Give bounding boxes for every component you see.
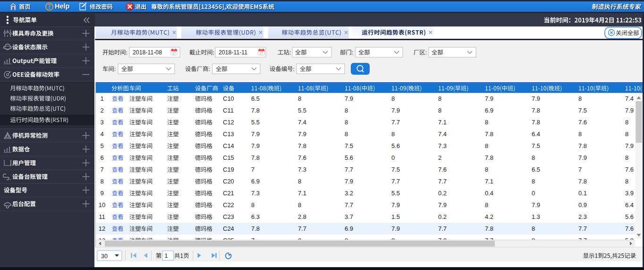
svg-text:0.2: 0.2 (438, 213, 447, 220)
svg-text:8: 8 (578, 131, 582, 138)
svg-text:3.2: 3.2 (345, 190, 353, 197)
svg-text:7: 7 (578, 166, 582, 173)
svg-text:C14: C14 (223, 142, 234, 149)
svg-text:10: 10 (99, 201, 105, 209)
svg-text:6.9: 6.9 (345, 225, 353, 232)
svg-text:7.8: 7.8 (578, 142, 587, 149)
svg-text:7.8: 7.8 (251, 107, 260, 114)
svg-text:4.2: 4.2 (485, 213, 493, 220)
svg-text:5.6: 5.6 (625, 213, 634, 220)
svg-text:11: 11 (99, 213, 105, 220)
svg-text:C20: C20 (223, 178, 234, 185)
svg-text:7.4: 7.4 (625, 95, 634, 102)
svg-text:7.9: 7.9 (251, 131, 260, 138)
svg-text:7.9: 7.9 (391, 201, 400, 209)
svg-text:8: 8 (625, 119, 628, 126)
svg-text:5: 5 (100, 142, 103, 149)
svg-text:7.8: 7.8 (578, 178, 587, 185)
svg-text:1: 1 (100, 95, 103, 102)
svg-text:7.4: 7.4 (438, 131, 447, 138)
svg-text:2.8: 2.8 (298, 213, 306, 220)
svg-text:7.8: 7.8 (532, 107, 540, 114)
svg-text:0: 0 (391, 154, 395, 161)
svg-text:7.6: 7.6 (298, 154, 306, 161)
svg-text:8: 8 (391, 131, 395, 138)
svg-text:Help: Help (55, 2, 70, 10)
svg-text:8: 8 (485, 142, 488, 149)
svg-text:7.9: 7.9 (625, 142, 634, 149)
svg-text:3.7: 3.7 (345, 213, 353, 220)
svg-text:3: 3 (100, 119, 103, 126)
svg-text:2018-11-08: 2018-11-08 (133, 49, 162, 56)
svg-text:8: 8 (345, 107, 348, 114)
svg-text:3.9: 3.9 (625, 190, 634, 197)
svg-text:7.5: 7.5 (578, 107, 587, 114)
svg-text:6.9: 6.9 (485, 107, 493, 114)
svg-text:0.1: 0.1 (578, 190, 587, 197)
svg-text:7.9: 7.9 (438, 201, 447, 209)
svg-text:7.1: 7.1 (438, 119, 447, 126)
svg-text:7.9: 7.9 (298, 131, 306, 138)
svg-text:8: 8 (298, 201, 301, 209)
svg-text:30: 30 (101, 253, 108, 260)
svg-text:0.4: 0.4 (485, 190, 493, 197)
svg-text:C23: C23 (223, 213, 234, 220)
svg-text:8: 8 (532, 225, 535, 232)
svg-text:7.3: 7.3 (438, 142, 447, 149)
svg-text:7.9: 7.9 (391, 225, 400, 232)
svg-text:7.5: 7.5 (345, 142, 353, 149)
svg-text:8: 8 (532, 178, 535, 185)
svg-text:7.9: 7.9 (578, 154, 587, 161)
svg-text:7.9: 7.9 (485, 95, 493, 102)
svg-text:8: 8 (345, 131, 348, 138)
svg-text:7.1: 7.1 (298, 190, 306, 197)
svg-text:0.9: 0.9 (578, 201, 587, 209)
svg-text:C13: C13 (223, 131, 234, 138)
svg-text:C12: C12 (223, 119, 234, 126)
svg-text:7.6: 7.6 (625, 225, 634, 232)
svg-text:7.7: 7.7 (345, 201, 353, 209)
svg-text:2018-11-11: 2018-11-11 (219, 49, 247, 56)
svg-text:8: 8 (625, 131, 628, 138)
svg-text:7: 7 (251, 166, 254, 173)
svg-text:6.4: 6.4 (532, 131, 540, 138)
svg-text:1.3: 1.3 (532, 213, 540, 220)
svg-text:7.1: 7.1 (485, 178, 493, 185)
svg-text:7.6: 7.6 (438, 166, 447, 173)
svg-text:C11: C11 (223, 107, 234, 114)
svg-text:1.5: 1.5 (391, 213, 400, 220)
svg-text:7.9: 7.9 (345, 178, 353, 185)
svg-text:C21: C21 (223, 190, 234, 197)
svg-text:7.8: 7.8 (251, 154, 260, 161)
svg-text:7.7: 7.7 (391, 178, 400, 185)
svg-text:8: 8 (485, 166, 488, 173)
svg-text:C10: C10 (223, 95, 234, 102)
svg-text:8: 8 (485, 119, 488, 126)
svg-text:8: 8 (485, 201, 488, 209)
svg-text:8: 8 (100, 178, 103, 185)
svg-text:7: 7 (100, 166, 103, 173)
svg-text:4: 4 (100, 131, 103, 138)
svg-text:6.4: 6.4 (625, 201, 634, 209)
svg-text:8: 8 (438, 95, 441, 102)
svg-text:7.7: 7.7 (345, 166, 353, 173)
svg-text:8: 8 (625, 154, 628, 161)
svg-text:8: 8 (391, 95, 395, 102)
svg-text:5.6: 5.6 (391, 142, 400, 149)
svg-text:7.5: 7.5 (532, 142, 540, 149)
svg-text:7.9: 7.9 (532, 95, 540, 102)
svg-text:8: 8 (251, 201, 254, 209)
svg-text:8: 8 (298, 95, 301, 102)
svg-text:C19: C19 (223, 166, 234, 173)
svg-text:7.4: 7.4 (298, 119, 306, 126)
svg-text:7.8: 7.8 (485, 225, 493, 232)
svg-text:7.6: 7.6 (625, 166, 634, 173)
svg-text:6.3: 6.3 (251, 213, 260, 220)
svg-text:5.5: 5.5 (251, 119, 260, 126)
svg-text:6: 6 (100, 154, 103, 161)
svg-text:7.5: 7.5 (391, 166, 400, 173)
svg-text:7.9: 7.9 (391, 107, 400, 114)
svg-text:7.8: 7.8 (251, 225, 260, 232)
svg-text:17: 17 (260, 52, 263, 55)
svg-text:7.6: 7.6 (578, 119, 587, 126)
